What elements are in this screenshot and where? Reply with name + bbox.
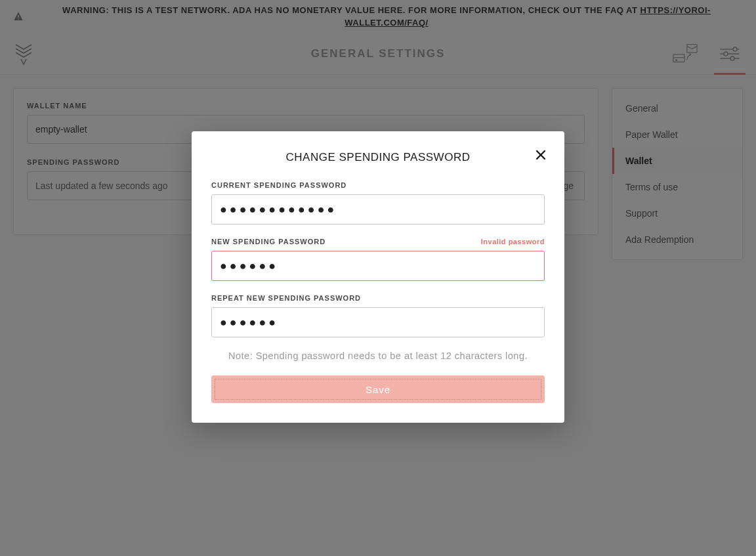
password-note: Note: Spending password needs to be at l… <box>211 351 545 361</box>
modal-close-button[interactable] <box>533 147 549 163</box>
new-password-label: NEW SPENDING PASSWORD <box>211 238 326 246</box>
modal-overlay: CHANGE SPENDING PASSWORD CURRENT SPENDIN… <box>0 0 756 556</box>
repeat-password-label: REPEAT NEW SPENDING PASSWORD <box>211 294 361 302</box>
save-button[interactable]: Save <box>211 375 545 403</box>
modal-title: CHANGE SPENDING PASSWORD <box>211 151 545 164</box>
repeat-password-field: REPEAT NEW SPENDING PASSWORD <box>211 294 545 337</box>
current-password-field: CURRENT SPENDING PASSWORD <box>211 181 545 225</box>
change-password-modal: CHANGE SPENDING PASSWORD CURRENT SPENDIN… <box>192 131 564 423</box>
new-password-error: Invalid password <box>481 238 545 246</box>
new-password-input[interactable] <box>211 251 545 281</box>
current-password-label: CURRENT SPENDING PASSWORD <box>211 181 346 189</box>
repeat-password-input[interactable] <box>211 307 545 337</box>
current-password-input[interactable] <box>211 194 545 225</box>
new-password-field: NEW SPENDING PASSWORD Invalid password <box>211 238 545 281</box>
